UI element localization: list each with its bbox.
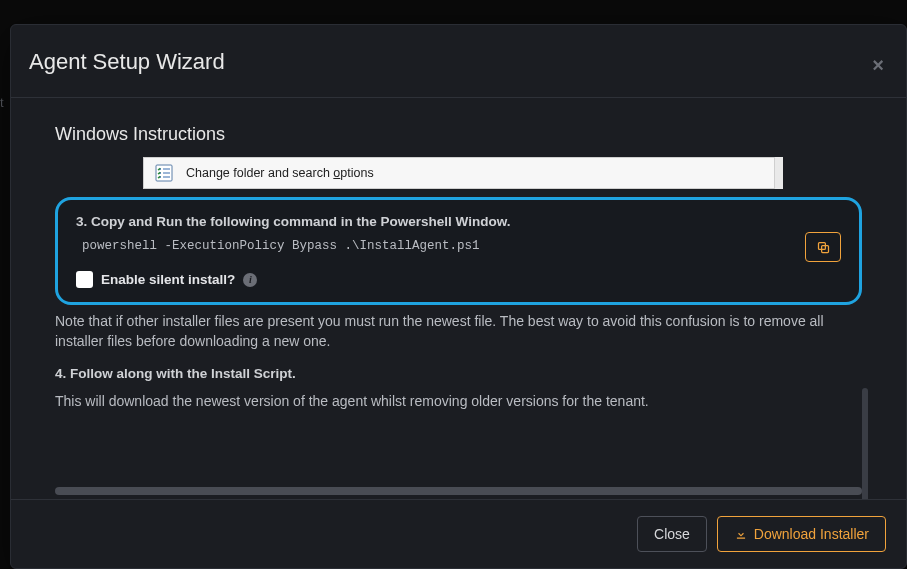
copy-icon <box>816 240 831 255</box>
download-button-label: Download Installer <box>754 526 869 542</box>
step-4-block: 4. Follow along with the Install Script.… <box>55 366 862 411</box>
vertical-scrollbar-track[interactable] <box>862 268 868 479</box>
menu-text-suffix: ptions <box>340 166 373 180</box>
windows-menu-item: Change folder and search options <box>143 157 783 189</box>
powershell-command: powershell -ExecutionPolicy Bypass .\Ins… <box>76 239 841 253</box>
note-text: Note that if other installer files are p… <box>55 311 862 352</box>
step-4-text: This will download the newest version of… <box>55 391 862 411</box>
info-icon[interactable]: i <box>243 273 257 287</box>
step-4-heading: 4. Follow along with the Install Script. <box>55 366 862 381</box>
copy-command-button[interactable] <box>805 232 841 262</box>
modal-title: Agent Setup Wizard <box>29 49 876 75</box>
menu-text-prefix: Change folder and search <box>186 166 333 180</box>
windows-menu-label: Change folder and search options <box>186 166 374 180</box>
close-icon[interactable]: × <box>872 55 884 75</box>
folder-options-icon <box>154 163 174 183</box>
modal-body: Windows Instructions Change folder and s… <box>11 98 906 499</box>
vertical-scrollbar-thumb[interactable] <box>862 388 868 499</box>
background-fragment: t <box>0 95 4 110</box>
modal-footer: Close Download Installer <box>11 499 906 568</box>
silent-install-checkbox[interactable] <box>76 271 93 288</box>
close-button-label: Close <box>654 526 690 542</box>
section-title: Windows Instructions <box>55 124 862 145</box>
close-button[interactable]: Close <box>637 516 707 552</box>
step-3-heading: 3. Copy and Run the following command in… <box>76 214 841 229</box>
agent-setup-wizard-modal: Agent Setup Wizard × Windows Instruction… <box>10 24 907 569</box>
modal-header: Agent Setup Wizard × <box>11 25 906 97</box>
horizontal-scrollbar[interactable] <box>55 487 862 495</box>
download-icon <box>734 527 748 541</box>
step-3-highlight: 3. Copy and Run the following command in… <box>55 197 862 305</box>
silent-install-label: Enable silent install? <box>101 272 235 287</box>
silent-install-row: Enable silent install? i <box>76 271 841 288</box>
download-installer-button[interactable]: Download Installer <box>717 516 886 552</box>
